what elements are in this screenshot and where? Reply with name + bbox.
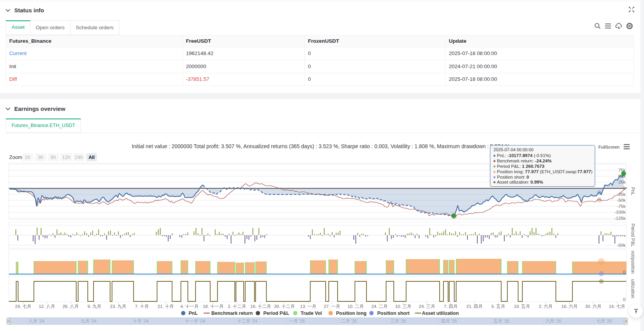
svg-text:13. 一月: 13. 一月 [300, 304, 316, 309]
svg-text:10. 二月: 10. 二月 [348, 304, 364, 309]
svg-text:PnL: PnL [189, 311, 198, 316]
svg-text:-50k: -50k [617, 243, 626, 247]
svg-text:三月 '25: 三月 '25 [390, 319, 406, 323]
svg-text:27. 一月: 27. 一月 [324, 304, 340, 309]
svg-text:24. 三月: 24. 三月 [419, 304, 435, 309]
svg-text:19. 五月: 19. 五月 [514, 304, 530, 309]
svg-text:4. 十一月: 4. 十一月 [180, 304, 198, 309]
svg-text:21. 十月: 21. 十月 [157, 304, 174, 309]
svg-text:十二月 '24: 十二月 '24 [237, 319, 258, 323]
svg-text:Benchmark return: Benchmark return [211, 311, 253, 316]
svg-text:FullScreen: FullScreen [599, 145, 620, 149]
svg-text:18. 十一月: 18. 十一月 [203, 304, 224, 309]
svg-text:1h: 1h [25, 155, 30, 160]
svg-text:12h: 12h [62, 155, 70, 160]
svg-text:utilization: utilization [630, 279, 636, 298]
svg-text:2. 六月: 2. 六月 [539, 304, 553, 309]
svg-text:一月 '25: 一月 '25 [289, 319, 305, 323]
svg-text:9. 九月: 9. 九月 [87, 304, 101, 309]
svg-text:十一月 '24: 十一月 '24 [185, 319, 205, 323]
svg-text:8h: 8h [51, 155, 56, 160]
svg-text:30. 十二月: 30. 十二月 [274, 304, 295, 309]
svg-text:-75k: -75k [617, 204, 626, 209]
svg-text:2. 十二月: 2. 十二月 [228, 304, 246, 309]
svg-text:Position long: Position long [336, 311, 366, 316]
svg-text:0: 0 [623, 270, 626, 274]
svg-text:Period P&L: Period P&L [630, 224, 636, 247]
svg-text:-25k: -25k [617, 192, 626, 197]
svg-text:九月 '24: 九月 '24 [81, 319, 97, 323]
svg-text:16. 十二月: 16. 十二月 [250, 304, 271, 309]
svg-text:六月 '25: 六月 '25 [545, 319, 561, 323]
svg-text:-125k: -125k [614, 216, 626, 221]
svg-text:3h: 3h [38, 155, 43, 160]
svg-text:Zoom: Zoom [9, 154, 22, 160]
svg-text:23. 九月: 23. 九月 [110, 304, 126, 309]
svg-text:12. 八月: 12. 八月 [39, 304, 55, 309]
svg-text:0: 0 [623, 297, 626, 302]
svg-text:7. 四月: 7. 四月 [444, 304, 458, 309]
svg-text:vol/position: vol/position [630, 251, 636, 274]
svg-text:Initial net value : 2000000 To: Initial net value : 2000000 Total profit… [132, 144, 509, 149]
svg-text:14. 七月: 14. 七月 [609, 304, 625, 309]
svg-text:十月 '24: 十月 '24 [133, 319, 149, 323]
svg-text:-50k: -50k [617, 198, 626, 202]
svg-text:10. 三月: 10. 三月 [395, 304, 411, 309]
svg-text:八月 '24: 八月 '24 [28, 319, 45, 323]
svg-text:30. 六月: 30. 六月 [585, 304, 601, 309]
svg-text:21. 四月: 21. 四月 [467, 304, 483, 309]
svg-text:四月 '25: 四月 '25 [441, 319, 457, 323]
svg-text:Asset utilization: Asset utilization [422, 311, 459, 316]
svg-text:-100k: -100k [614, 210, 626, 214]
svg-text:29. 七月: 29. 七月 [15, 304, 31, 309]
svg-text:16. 六月: 16. 六月 [561, 304, 577, 309]
svg-text:PnL: PnL [630, 187, 636, 196]
svg-text:二月 '25: 二月 '25 [341, 319, 357, 323]
svg-text:七月 '25: 七月 '25 [596, 319, 612, 323]
svg-text:7. 十月: 7. 十月 [135, 304, 149, 309]
svg-text:All: All [89, 155, 95, 160]
svg-text:五月 '25: 五月 '25 [493, 319, 509, 323]
svg-text:Trade Vol: Trade Vol [301, 311, 322, 316]
svg-text:26. 八月: 26. 八月 [62, 304, 79, 309]
svg-text:Position short: Position short [377, 311, 410, 316]
svg-text:25k: 25k [618, 180, 626, 184]
svg-text:0: 0 [623, 186, 626, 191]
svg-text:24. 二月: 24. 二月 [371, 304, 388, 309]
svg-text:Period P&L: Period P&L [263, 311, 289, 316]
svg-text:24h: 24h [75, 155, 83, 160]
svg-text:5. 五月: 5. 五月 [491, 304, 505, 309]
